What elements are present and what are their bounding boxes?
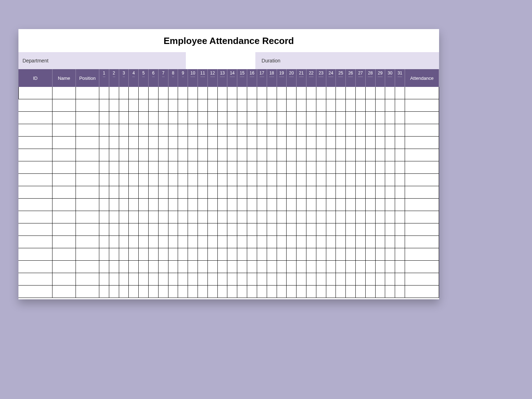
cell-day[interactable]: [376, 161, 386, 174]
cell-day[interactable]: [297, 223, 306, 236]
cell-day[interactable]: [287, 186, 297, 199]
cell-day[interactable]: [198, 186, 208, 199]
cell-day[interactable]: [326, 286, 336, 298]
cell-day[interactable]: [277, 112, 287, 124]
cell-day[interactable]: [218, 211, 228, 223]
cell-day[interactable]: [198, 248, 208, 261]
cell-day[interactable]: [316, 248, 326, 261]
cell-day[interactable]: [395, 112, 405, 124]
cell-day[interactable]: [198, 211, 208, 223]
cell-name[interactable]: [52, 199, 76, 211]
cell-day[interactable]: [356, 149, 366, 161]
cell-day[interactable]: [188, 248, 198, 261]
cell-day[interactable]: [385, 236, 395, 248]
cell-day[interactable]: [257, 286, 267, 298]
cell-day[interactable]: [277, 124, 287, 137]
cell-day[interactable]: [119, 87, 129, 99]
cell-day[interactable]: [139, 199, 149, 211]
cell-day[interactable]: [326, 112, 336, 124]
cell-day[interactable]: [188, 174, 198, 186]
cell-day[interactable]: [326, 248, 336, 261]
cell-day[interactable]: [336, 99, 346, 112]
cell-day[interactable]: [129, 149, 139, 161]
cell-day[interactable]: [366, 211, 376, 223]
cell-day[interactable]: [306, 286, 316, 298]
cell-day[interactable]: [267, 186, 277, 199]
cell-day[interactable]: [218, 137, 228, 149]
cell-attendance[interactable]: [405, 211, 439, 223]
cell-day[interactable]: [267, 112, 277, 124]
cell-day[interactable]: [376, 223, 386, 236]
cell-day[interactable]: [188, 273, 198, 286]
cell-day[interactable]: [227, 149, 237, 161]
cell-day[interactable]: [267, 174, 277, 186]
cell-day[interactable]: [297, 87, 306, 99]
cell-day[interactable]: [376, 137, 386, 149]
cell-day[interactable]: [149, 223, 159, 236]
cell-day[interactable]: [247, 112, 257, 124]
cell-day[interactable]: [326, 236, 336, 248]
cell-day[interactable]: [257, 161, 267, 174]
cell-day[interactable]: [227, 137, 237, 149]
cell-day[interactable]: [149, 149, 159, 161]
cell-day[interactable]: [385, 112, 395, 124]
cell-day[interactable]: [287, 137, 297, 149]
cell-day[interactable]: [218, 286, 228, 298]
cell-day[interactable]: [99, 174, 109, 186]
cell-day[interactable]: [287, 124, 297, 137]
cell-day[interactable]: [129, 236, 139, 248]
cell-day[interactable]: [395, 211, 405, 223]
cell-day[interactable]: [336, 211, 346, 223]
cell-day[interactable]: [159, 137, 168, 149]
cell-day[interactable]: [159, 112, 168, 124]
cell-day[interactable]: [168, 199, 178, 211]
cell-day[interactable]: [356, 99, 366, 112]
cell-day[interactable]: [99, 223, 109, 236]
cell-day[interactable]: [247, 261, 257, 273]
cell-day[interactable]: [277, 223, 287, 236]
cell-day[interactable]: [267, 211, 277, 223]
cell-day[interactable]: [346, 236, 356, 248]
cell-day[interactable]: [237, 87, 247, 99]
cell-day[interactable]: [395, 199, 405, 211]
cell-day[interactable]: [178, 273, 188, 286]
cell-day[interactable]: [247, 124, 257, 137]
cell-day[interactable]: [227, 286, 237, 298]
cell-day[interactable]: [227, 273, 237, 286]
cell-day[interactable]: [188, 137, 198, 149]
cell-day[interactable]: [247, 161, 257, 174]
cell-name[interactable]: [52, 161, 76, 174]
cell-attendance[interactable]: [405, 186, 439, 199]
cell-day[interactable]: [208, 137, 218, 149]
cell-day[interactable]: [277, 286, 287, 298]
cell-day[interactable]: [306, 174, 316, 186]
cell-position[interactable]: [76, 161, 99, 174]
cell-day[interactable]: [257, 124, 267, 137]
cell-day[interactable]: [356, 124, 366, 137]
cell-day[interactable]: [385, 261, 395, 273]
cell-day[interactable]: [129, 137, 139, 149]
cell-day[interactable]: [356, 273, 366, 286]
cell-day[interactable]: [208, 223, 218, 236]
cell-day[interactable]: [139, 186, 149, 199]
cell-day[interactable]: [316, 87, 326, 99]
cell-day[interactable]: [99, 236, 109, 248]
cell-day[interactable]: [208, 261, 218, 273]
cell-day[interactable]: [366, 99, 376, 112]
cell-day[interactable]: [227, 223, 237, 236]
cell-day[interactable]: [149, 211, 159, 223]
cell-day[interactable]: [149, 174, 159, 186]
cell-day[interactable]: [336, 186, 346, 199]
cell-day[interactable]: [297, 137, 306, 149]
cell-day[interactable]: [159, 236, 168, 248]
cell-day[interactable]: [208, 112, 218, 124]
cell-day[interactable]: [198, 223, 208, 236]
cell-day[interactable]: [129, 286, 139, 298]
cell-day[interactable]: [168, 137, 178, 149]
cell-day[interactable]: [366, 186, 376, 199]
cell-day[interactable]: [218, 149, 228, 161]
cell-day[interactable]: [336, 236, 346, 248]
cell-day[interactable]: [326, 137, 336, 149]
cell-day[interactable]: [99, 149, 109, 161]
cell-day[interactable]: [366, 286, 376, 298]
